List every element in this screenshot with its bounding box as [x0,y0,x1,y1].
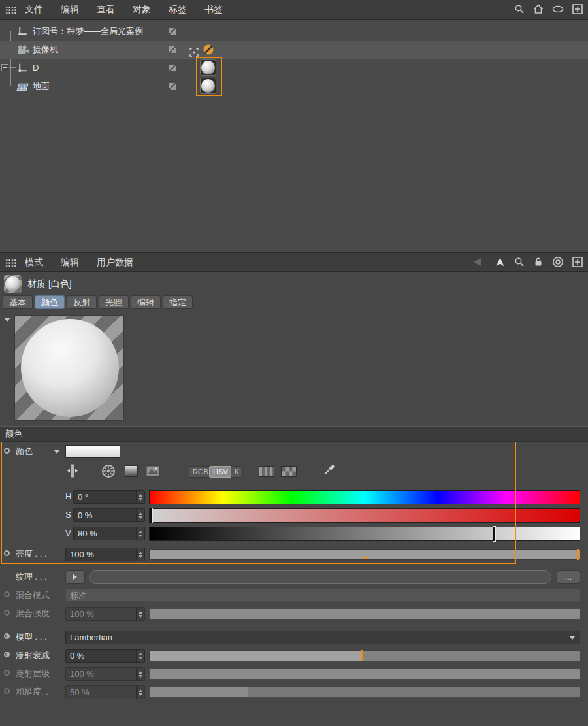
chevron-down-icon [570,636,575,640]
material-tabs: 基本 颜色 反射 光照 编辑 指定 [3,295,193,309]
tab-assign[interactable]: 指定 [163,295,193,309]
eye-icon[interactable] [552,5,564,15]
menubar-right-icons [514,0,583,20]
history-forward-icon[interactable] [495,257,506,269]
roughness-slider [149,687,580,698]
material-title: 材质 [白色] [27,275,72,293]
diffuse-falloff-animation-toggle[interactable] [4,652,10,657]
mix-strength-label: 混合强度 [16,606,50,621]
tab-reflectance[interactable]: 反射 [67,295,97,309]
diffuse-level-fill [150,669,580,679]
diffuse-falloff-handle[interactable] [361,650,363,661]
attribute-menu-items: 模式 编辑 用户数据 [25,253,133,272]
object-row-null[interactable]: 订阅号：种梦——全局光案例 [0,22,588,41]
layer-toggle-icon[interactable] [169,82,176,90]
panel-grid-icon[interactable] [5,259,16,267]
search-icon[interactable] [514,257,525,269]
roughness-fill [150,687,248,697]
brightness-handle[interactable] [577,549,579,560]
roughness-input: 50 % [65,685,145,699]
null-object-icon [16,25,29,37]
menu-file[interactable]: 文件 [25,4,43,16]
diffuse-level-spinner [136,668,144,680]
floor-icon [16,80,29,92]
diffuse-level-input: 100 % [65,667,145,681]
model-dropdown[interactable]: Lambertian [65,631,580,644]
add-panel-icon[interactable] [572,4,583,16]
object-row-floor[interactable]: 地面 [0,77,588,95]
diffuse-level-slider [149,668,580,680]
tab-illumination[interactable]: 光照 [99,295,129,309]
material-preview-icon [4,275,22,293]
roughness-value: 50 % [66,686,136,699]
layer-toggle-icon[interactable] [169,27,176,35]
material-tags-selection-rect [196,57,222,96]
diffuse-level-value: 100 % [66,668,136,680]
add-panel-icon[interactable] [572,257,583,269]
history-back-icon[interactable] [470,257,486,269]
roughness-animation-toggle [4,688,10,694]
menu-mode[interactable]: 模式 [25,257,43,269]
diffuse-falloff-input[interactable]: 0 % [65,649,145,663]
menu-object[interactable]: 对象 [133,4,151,16]
object-label[interactable]: 摄像机 [33,41,58,59]
object-row-camera[interactable]: 摄像机 [0,41,588,59]
diffuse-falloff-label: 漫射衰减 [16,648,50,663]
mix-mode-dropdown: 标准 [65,589,580,602]
cinema4d-window: 文件 编辑 查看 对象 标签 书签 订阅号：种梦——全局光案例 [0,0,588,726]
diffuse-falloff-spinner[interactable] [136,650,144,662]
model-label: 模型 . . . [16,630,47,644]
preview-sphere [21,319,119,417]
menu-user-data[interactable]: 用户数据 [97,257,133,269]
mix-strength-fill [150,609,580,619]
object-label[interactable]: 地面 [33,77,50,95]
menu-edit[interactable]: 编辑 [61,4,79,16]
diffuse-level-animation-toggle [4,670,10,676]
roughness-spinner [136,686,144,699]
diffuse-falloff-value[interactable]: 0 % [66,650,136,662]
texture-browse-button[interactable]: ... [557,570,580,584]
preview-collapse-icon[interactable] [4,318,10,322]
tab-editor[interactable]: 编辑 [131,295,161,309]
mix-mode-label: 混合模式 [16,588,50,602]
roughness-label: 粗糙度. . [16,685,48,699]
panel-grid-icon[interactable] [5,6,16,14]
attribute-right-icons [470,253,583,272]
menu-tag[interactable]: 标签 [169,4,187,16]
diffuse-falloff-slider[interactable] [149,650,580,661]
camera-icon [16,44,29,56]
search-icon[interactable] [514,4,525,16]
mix-strength-spinner [136,608,144,620]
target-icon[interactable] [552,256,564,270]
mix-strength-value: 100 % [66,608,136,620]
null-object-icon [16,62,29,74]
object-manager: 订阅号：种梦——全局光案例 摄像机 D 地面 [0,20,588,252]
mix-strength-input: 100 % [65,607,145,621]
object-row-d[interactable]: D [0,59,588,77]
mix-mode-animation-toggle [4,591,10,597]
mix-strength-animation-toggle [4,610,10,616]
menu-bookmark[interactable]: 书签 [204,4,223,16]
home-icon[interactable] [533,4,544,16]
object-label[interactable]: D [33,59,39,77]
object-label[interactable]: 订阅号：种梦——全局光案例 [33,22,143,41]
model-value: Lambertian [70,633,112,642]
mix-strength-slider [149,608,580,619]
tab-color[interactable]: 颜色 [35,295,65,309]
main-menu-items: 文件 编辑 查看 对象 标签 书签 [25,0,223,20]
material-preview[interactable] [14,315,124,421]
menu-view[interactable]: 查看 [97,4,115,16]
tab-basic[interactable]: 基本 [3,295,33,309]
main-menubar: 文件 编辑 查看 对象 标签 书签 [0,0,588,20]
diffuse-falloff-fill [150,651,361,661]
layer-toggle-icon[interactable] [169,46,176,54]
layer-toggle-icon[interactable] [169,64,176,72]
texture-path-field[interactable] [89,570,551,584]
model-animation-toggle[interactable] [4,633,10,639]
lock-icon[interactable] [533,257,544,269]
attribute-menubar: 模式 编辑 用户数据 [0,252,588,272]
section-header-color[interactable]: 颜色 [0,426,588,442]
menu-edit[interactable]: 编辑 [61,257,79,269]
material-sphere-icon [5,276,20,291]
texture-menu-button[interactable] [65,570,85,584]
